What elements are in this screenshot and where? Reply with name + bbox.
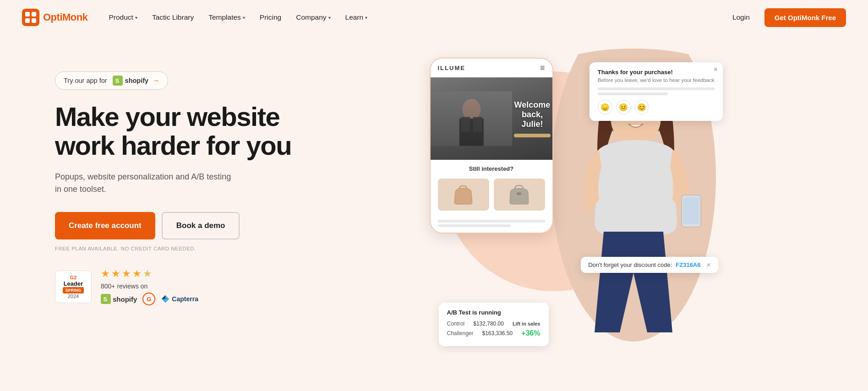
star-2: ★	[111, 268, 120, 280]
phone-brand: ILLUME	[438, 65, 465, 71]
free-plan-note: FREE PLAN AVAILABLE. NO CREDIT CARD NEED…	[55, 246, 293, 251]
close-icon[interactable]: ✕	[706, 262, 711, 268]
nav-company[interactable]: Company ▾	[289, 10, 337, 25]
g2-icon: G2	[70, 275, 77, 280]
abtest-card: A/B Test is running Control $132,780.00 …	[439, 303, 549, 346]
capterra-review-logo: Capterra	[161, 294, 198, 304]
chevron-down-icon: ▾	[135, 15, 137, 20]
nav-templates[interactable]: Templates ▾	[202, 10, 251, 25]
phone-product-2	[494, 179, 545, 211]
svg-rect-3	[25, 18, 30, 23]
g2-badge: G2 Leader SPRING 2024	[55, 271, 92, 303]
g2-leader-text: Leader	[64, 280, 83, 287]
shopify-logo: S shopify	[113, 76, 149, 86]
hero-left: Try our app for S shopify → Make your we…	[55, 49, 293, 305]
phone-still-interested: Still interested?	[431, 160, 552, 175]
book-demo-button[interactable]: Book a demo	[162, 212, 240, 239]
arrow-right-icon: →	[152, 76, 159, 85]
svg-point-12	[462, 99, 480, 120]
nav-product[interactable]: Product ▾	[102, 10, 143, 25]
nav-links: Product ▾ Tactic Library Templates ▾ Pri…	[102, 10, 725, 25]
optimonk-logo-icon	[22, 9, 39, 26]
svg-rect-16	[517, 192, 521, 195]
g2-season: SPRING	[63, 287, 84, 293]
emoji-happy[interactable]: 😊	[634, 100, 649, 114]
phone-overlay-text: Welcome back, Julie!	[512, 100, 552, 137]
logo-text: OptiMonk	[43, 11, 87, 23]
svg-rect-14	[461, 117, 470, 132]
svg-rect-0	[22, 9, 39, 26]
hero-subtext: Popups, website personalization and A/B …	[55, 171, 293, 196]
svg-rect-25	[683, 197, 699, 224]
shopify-badge[interactable]: Try our app for S shopify →	[55, 71, 168, 90]
hero-section: Try our app for S shopify → Make your we…	[0, 35, 868, 391]
shopify-small-icon: S	[101, 294, 111, 304]
hero-visual: ILLUME ≡ Welcome back,	[416, 49, 727, 360]
svg-rect-1	[25, 12, 30, 16]
phone-header: ILLUME ≡	[431, 59, 552, 77]
phone-products	[431, 175, 552, 218]
emoji-row: 😞 😐 😊	[598, 100, 715, 114]
fashion-image	[431, 77, 513, 160]
abtest-lift-value: +36%	[521, 329, 540, 337]
star-3: ★	[122, 268, 131, 280]
card-line-2	[598, 92, 668, 95]
abtest-title: A/B Test is running	[447, 309, 540, 316]
create-free-account-button[interactable]: Create free account	[55, 212, 155, 239]
phone-greeting: Welcome back, Julie!	[512, 100, 552, 129]
purchase-feedback-card: ✕ Thanks for your purchase! Before you l…	[590, 62, 723, 121]
star-rating: ★ ★ ★ ★ ★	[101, 268, 198, 280]
chevron-down-icon: ▾	[328, 15, 331, 20]
nav-tactic-library[interactable]: Tactic Library	[146, 10, 200, 25]
phone-mockup: ILLUME ≡ Welcome back,	[430, 58, 553, 234]
get-optimonk-free-button[interactable]: Get OptiMonk Free	[764, 8, 846, 27]
capterra-icon	[161, 294, 170, 304]
abtest-challenger-value: $163,336.50	[482, 330, 513, 337]
nav-learn[interactable]: Learn ▾	[339, 10, 374, 25]
phone-product-line-1	[438, 220, 545, 223]
phone-product-1	[438, 179, 489, 211]
navbar: OptiMonk Product ▾ Tactic Library Templa…	[0, 0, 868, 35]
emoji-sad[interactable]: 😞	[598, 100, 612, 114]
bag-icon-2	[507, 183, 532, 206]
nav-right: Login Get OptiMonk Free	[725, 8, 846, 27]
discount-code-card: Don't forget your discount code: FZ316A6…	[581, 257, 718, 273]
social-proof: G2 Leader SPRING 2024 ★ ★ ★ ★ ★ 800+ rev…	[55, 268, 293, 305]
phone-menu-icon: ≡	[540, 63, 545, 73]
svg-rect-11	[431, 91, 513, 146]
close-icon[interactable]: ✕	[713, 66, 718, 73]
abtest-control-label: Control	[447, 320, 465, 327]
card-line-1	[598, 87, 715, 90]
shopify-icon: S	[113, 76, 123, 86]
svg-rect-2	[32, 12, 36, 16]
card-decorative-lines	[598, 87, 715, 95]
reviews-count-text: 800+ reviews on	[101, 282, 198, 290]
svg-marker-10	[162, 295, 165, 299]
purchase-card-subtitle: Before you leave, we'd love to hear your…	[598, 77, 715, 83]
hero-right: ILLUME ≡ Welcome back,	[311, 49, 831, 360]
abtest-challenger-label: Challenger	[447, 330, 474, 337]
svg-rect-15	[473, 117, 482, 132]
abtest-row-challenger: Challenger $163,336.50 +36%	[447, 329, 540, 337]
login-button[interactable]: Login	[725, 10, 757, 25]
discount-text: Don't forget your discount code:	[588, 261, 672, 268]
svg-text:S: S	[104, 296, 108, 303]
bag-icon-1	[451, 183, 476, 206]
phone-hero-image: Welcome back, Julie!	[431, 77, 552, 160]
discount-code-value: FZ316A6	[676, 261, 700, 268]
logo[interactable]: OptiMonk	[22, 9, 87, 26]
star-4: ★	[132, 268, 142, 280]
svg-rect-4	[32, 18, 36, 23]
purchase-card-title: Thanks for your purchase!	[598, 69, 715, 76]
hero-headline: Make your website work harder for you	[55, 103, 293, 160]
svg-rect-13	[459, 119, 483, 146]
chevron-down-icon: ▾	[365, 15, 367, 20]
review-platform-logos: S shopify G Capterra	[101, 293, 198, 305]
reviews-section: ★ ★ ★ ★ ★ 800+ reviews on S shopify	[101, 268, 198, 305]
nav-pricing[interactable]: Pricing	[253, 10, 288, 25]
star-1: ★	[101, 268, 110, 280]
abtest-row-control: Control $132,780.00 Lift in sales	[447, 320, 540, 327]
emoji-neutral[interactable]: 😐	[616, 100, 631, 114]
abtest-lift-label: Lift in sales	[513, 321, 540, 326]
abtest-control-value: $132,780.00	[473, 320, 504, 327]
